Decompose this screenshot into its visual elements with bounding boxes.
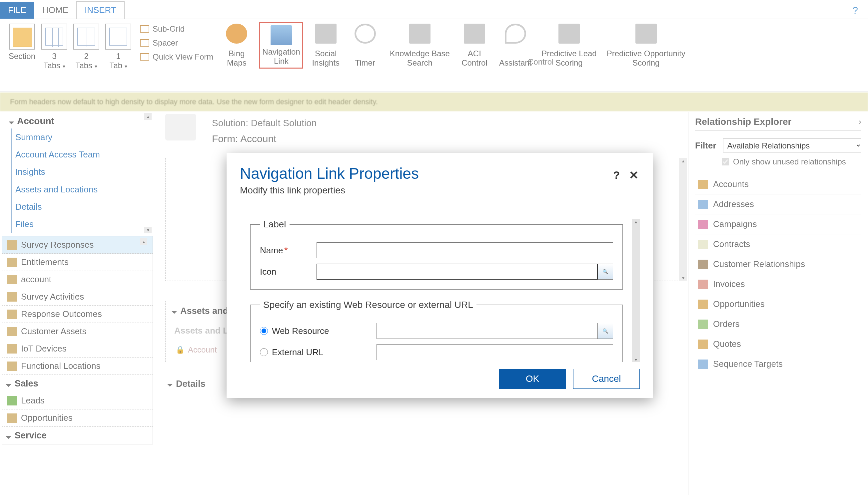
icon-label: Icon [260,267,310,277]
dialog-subtitle: Modify this link properties [240,185,640,196]
name-input[interactable] [316,242,613,258]
label-legend: Label [260,219,290,230]
web-resource-lookup-button[interactable]: 🔍 [598,323,613,339]
label-fieldset: Label Name* Icon 🔍 [250,219,623,290]
cancel-button[interactable]: Cancel [573,369,640,389]
navigation-link-properties-dialog: Navigation Link Properties Modify this l… [227,153,653,398]
dialog-close-icon[interactable]: ✕ [629,168,638,182]
dialog-help-icon[interactable]: ? [613,169,620,182]
dialog-scrollbar[interactable] [632,219,640,362]
external-url-input[interactable] [377,344,613,360]
web-resource-label: Web Resource [272,326,329,336]
ok-button[interactable]: OK [499,369,566,389]
dialog-body: Label Name* Icon 🔍 Specify an existing W… [240,219,640,362]
external-url-label: External URL [272,347,324,358]
web-resource-input[interactable] [377,323,598,339]
icon-input[interactable] [316,263,598,279]
dialog-title: Navigation Link Properties [240,165,640,183]
resource-legend: Specify an existing Web Resource or exte… [260,300,476,310]
name-label: Name* [260,245,310,256]
web-resource-radio[interactable] [260,327,268,335]
icon-lookup-button[interactable]: 🔍 [598,263,613,279]
external-url-radio[interactable] [260,348,268,356]
resource-fieldset: Specify an existing Web Resource or exte… [250,300,623,362]
